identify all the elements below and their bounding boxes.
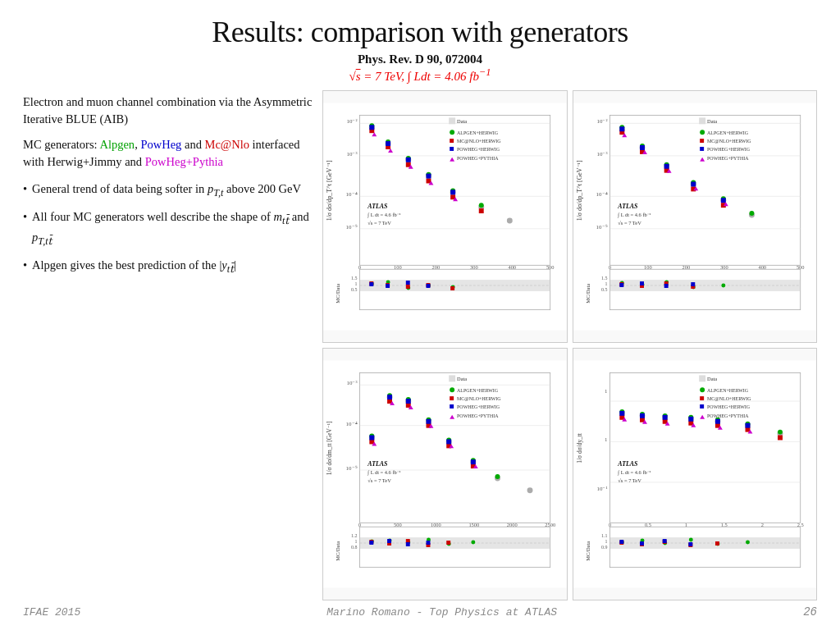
svg-text:ATLAS: ATLAS [617,460,638,468]
svg-text:√s = 7 TeV: √s = 7 TeV [618,477,641,483]
svg-rect-197 [387,395,392,399]
svg-text:1/σ dσ/dy_tt: 1/σ dσ/dy_tt [575,432,582,463]
svg-text:10⁻⁴: 10⁻⁴ [346,421,358,427]
svg-rect-68 [449,117,455,124]
svg-rect-199 [427,419,431,424]
svg-rect-318 [700,396,704,400]
subtitle-block: Phys. Rev. D 90, 072004 √s = 7 TeV, ∫ Ld… [23,52,817,84]
generators-text: MC generators: Alpgen, PowHeg and Mc@Nlo… [23,136,314,171]
svg-text:ATLAS: ATLAS [367,203,388,210]
svg-text:POWHEG+HERWIG: POWHEG+HERWIG [707,147,751,152]
svg-point-182 [527,487,533,493]
svg-text:∫ L dt = 4.6 fb⁻¹: ∫ L dt = 4.6 fb⁻¹ [617,469,651,476]
plot-bottom-right: 1/σ dσ/dy_tt |y_tt| 1 1 10⁻¹ 0 0.5 1 1.5… [573,348,818,600]
svg-rect-61 [369,282,373,286]
svg-rect-139 [619,283,623,287]
svg-text:10⁻⁵: 10⁻⁵ [596,224,607,230]
svg-rect-141 [664,284,668,288]
svg-rect-142 [691,282,695,286]
svg-rect-39 [406,158,411,162]
alpgen-label: Alpgen [99,138,135,151]
svg-text:ALPGEN+HERWIG: ALPGEN+HERWIG [457,130,499,135]
svg-text:1.1: 1.1 [601,533,607,538]
bullet-item-1: General trend of data being softer in pT… [23,180,314,200]
svg-text:1: 1 [605,388,608,394]
svg-rect-119 [691,182,696,187]
svg-rect-40 [427,174,431,179]
svg-text:10⁻⁴: 10⁻⁴ [596,191,607,197]
svg-text:MC/Data: MC/Data [584,541,590,561]
svg-text:POWHEG+HERWIG: POWHEG+HERWIG [457,147,500,152]
svg-rect-282 [662,415,667,420]
svg-point-134 [721,284,725,288]
svg-text:MC@NLO+HERWIG: MC@NLO+HERWIG [457,396,501,401]
svg-rect-129 [609,280,800,291]
footer: IFAE 2015 Marino Romano - Top Physics at… [23,605,817,619]
svg-text:0.8: 0.8 [351,545,357,550]
svg-point-232 [450,387,454,392]
svg-rect-201 [471,459,476,464]
svg-text:∫ L dt = 4.6 fb⁻¹: ∫ L dt = 4.6 fb⁻¹ [367,212,400,218]
svg-rect-64 [427,284,431,288]
svg-text:10⁻⁵: 10⁻⁵ [346,465,358,471]
svg-rect-224 [387,539,391,543]
plot-bottom-left-svg: 1/σ dσ/dm_tt [GeV⁻¹] m_tt [GeV] 10⁻³ 10⁻… [323,349,567,600]
svg-text:0.9: 0.9 [601,545,607,550]
svg-text:Data: Data [457,376,467,381]
powheg-pythia-label: PowHeg+Pythia [145,155,223,168]
svg-rect-37 [369,125,374,130]
svg-rect-196 [369,436,374,441]
energy-ref: √s = 7 TeV, ∫ Ldt = 4.06 fb−1 [23,66,817,84]
svg-point-299 [688,538,692,542]
svg-text:√s = 7 TeV: √s = 7 TeV [618,220,641,226]
phys-ref: Phys. Rev. D 90, 072004 [23,52,817,66]
svg-rect-82 [609,115,800,265]
svg-point-189 [495,474,500,479]
svg-text:√s = 7 TeV: √s = 7 TeV [368,220,391,226]
svg-point-30 [479,203,484,208]
svg-text:MC/Data: MC/Data [584,284,590,304]
slide-title: Results: comparison with generators [23,15,817,49]
svg-rect-200 [446,440,451,445]
svg-text:POWHEG+HERWIG: POWHEG+HERWIG [457,404,500,409]
svg-text:MC@NLO+HERWIG: MC@NLO+HERWIG [707,396,751,401]
svg-rect-116 [619,126,624,131]
svg-text:10⁻⁵: 10⁻⁵ [346,224,358,230]
svg-rect-314 [699,375,705,381]
plot-top-right-svg: 1/σ dσ/dp_T^t [GeV⁻¹] p_T^t [GeV] 10⁻² 1… [573,91,817,342]
footer-left: IFAE 2015 [23,606,80,619]
svg-rect-284 [714,419,719,424]
svg-text:POWHEG+PYTHIA: POWHEG+PYTHIA [707,413,749,418]
plot-bottom-right-svg: 1/σ dσ/dy_tt |y_tt| 1 1 10⁻¹ 0 0.5 1 1.5… [573,349,817,600]
svg-text:1: 1 [355,281,358,286]
plot-bottom-left: 1/σ dσ/dm_tt [GeV⁻¹] m_tt [GeV] 10⁻³ 10⁻… [322,348,568,600]
svg-rect-38 [386,141,390,146]
svg-point-148 [700,130,705,135]
svg-rect-320 [700,404,704,409]
svg-text:Data: Data [457,118,467,124]
slide: Results: comparison with generators Phys… [0,0,840,630]
svg-rect-118 [664,164,669,169]
svg-rect-308 [640,541,644,546]
svg-rect-230 [449,375,455,381]
svg-point-24 [507,217,513,223]
svg-rect-309 [662,539,666,543]
svg-point-272 [778,430,783,435]
svg-point-110 [749,211,754,216]
svg-text:1: 1 [605,436,608,442]
svg-rect-74 [450,147,454,151]
left-panel: Electron and muon channel combination vi… [23,90,314,600]
svg-rect-234 [450,396,454,400]
svg-rect-120 [720,198,725,203]
plot-top-right: 1/σ dσ/dp_T^t [GeV⁻¹] p_T^t [GeV] 10⁻² 1… [573,90,818,343]
svg-text:MC/Data: MC/Data [335,284,340,304]
svg-text:√s = 7 TeV: √s = 7 TeV [368,477,391,483]
svg-rect-306 [714,541,719,546]
svg-rect-58 [406,285,410,289]
footer-center: Marino Romano - Top Physics at ATLAS [326,606,557,619]
mcatnlo-label: Mc@Nlo [205,138,249,151]
svg-text:1/σ dσ/dp_T^t [GeV⁻¹]: 1/σ dσ/dp_T^t [GeV⁻¹] [575,160,582,221]
svg-rect-150 [700,139,704,143]
svg-text:10⁻³: 10⁻³ [347,380,358,386]
svg-text:1.5: 1.5 [601,276,607,281]
